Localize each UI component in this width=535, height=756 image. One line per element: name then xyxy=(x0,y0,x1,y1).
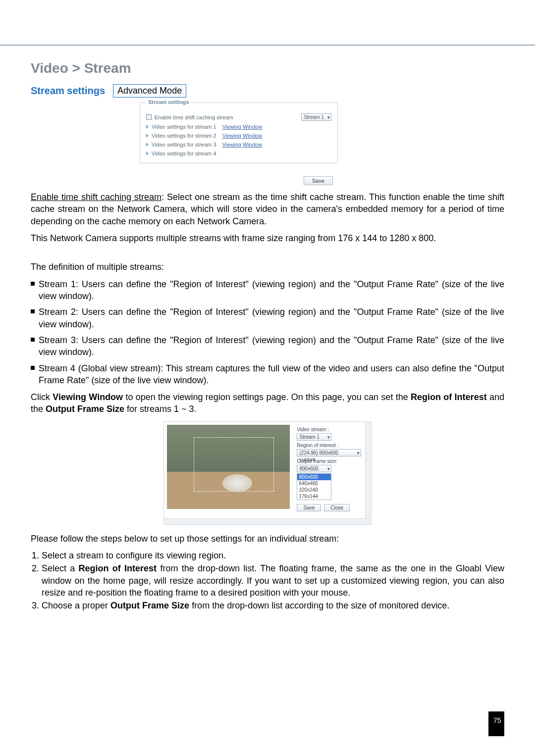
bullet-icon xyxy=(31,366,35,370)
bullet-icon xyxy=(31,338,35,342)
ofs-option[interactable]: 640x480 xyxy=(297,480,331,487)
step-3: Choose a proper Output Frame Size from t… xyxy=(42,600,504,611)
enable-time-shift-label: Enable time shift caching stream xyxy=(155,114,233,120)
viewing-window-link-2[interactable]: Viewing Window xyxy=(222,133,263,139)
bullet-icon xyxy=(31,309,35,313)
paragraph-2: This Network Camera supports multiple st… xyxy=(31,232,504,244)
advanced-mode-button[interactable]: Advanced Mode xyxy=(113,84,186,98)
ofs-option[interactable]: 320x240 xyxy=(297,487,331,493)
definition-heading: The definition of multiple streams: xyxy=(31,261,504,273)
bullet-icon xyxy=(31,282,35,286)
roi-select[interactable]: (224,96) 800x600 custom xyxy=(297,449,361,456)
bullet-4: Stream 4 (Global view stream): This stre… xyxy=(39,362,504,387)
bullet-3: Stream 3: Users can define the "Region o… xyxy=(39,334,504,358)
video-preview[interactable] xyxy=(167,425,290,509)
vw-save-button[interactable]: Save xyxy=(297,504,321,511)
ofs-option[interactable]: 176x144 xyxy=(297,493,331,500)
bullet-1: Stream 1: Users can define the "Region o… xyxy=(39,278,504,302)
viewing-window-link-3[interactable]: Viewing Window xyxy=(222,142,263,148)
scrollbar-vertical[interactable] xyxy=(365,422,371,524)
bullet-2: Stream 2: Users can define the "Region o… xyxy=(39,306,504,330)
panel-legend: Stream settings xyxy=(146,99,191,105)
steps-intro: Please follow the steps below to set up … xyxy=(31,533,504,545)
video-stream-label: Video stream : xyxy=(297,427,361,432)
chevron-right-icon[interactable] xyxy=(146,143,149,147)
enable-time-shift-checkbox[interactable] xyxy=(146,114,152,120)
step-1: Select a stream to configure its viewing… xyxy=(42,550,504,561)
stream-settings-panel: Stream settings Enable time shift cachin… xyxy=(140,102,338,163)
paragraph-3: Click Viewing Window to open the viewing… xyxy=(31,391,504,415)
stream4-settings-label[interactable]: Video settings for stream 4 xyxy=(152,151,216,156)
viewing-window-link-1[interactable]: Viewing Window xyxy=(222,124,263,130)
time-shift-stream-select[interactable]: Stream 1 xyxy=(301,113,331,121)
ofs-options-list[interactable]: 800x600 640x480 320x240 176x144 xyxy=(297,473,331,500)
breadcrumb: Video > Stream xyxy=(31,60,504,76)
paragraph-1: Enable time shift caching stream: Select… xyxy=(31,191,504,227)
stream-settings-heading: Stream settings xyxy=(31,85,105,97)
step-2: Select a Region of Interest from the dro… xyxy=(42,562,504,599)
ofs-select[interactable]: 800x600 xyxy=(297,465,331,472)
roi-label: Region of interest : xyxy=(297,443,361,448)
save-button[interactable]: Save xyxy=(304,176,333,185)
scrollbar-horizontal[interactable] xyxy=(164,518,372,524)
chevron-right-icon[interactable] xyxy=(146,125,149,129)
stream1-settings-label[interactable]: Video settings for stream 1 xyxy=(152,124,216,130)
viewing-window-panel: Video stream : Stream 1 Region of intere… xyxy=(163,421,372,525)
chevron-right-icon[interactable] xyxy=(146,151,149,155)
stream3-settings-label[interactable]: Video settings for stream 3 xyxy=(152,142,216,148)
video-stream-select[interactable]: Stream 1 xyxy=(297,433,331,441)
ofs-option[interactable]: 800x600 xyxy=(297,474,331,480)
stream2-settings-label[interactable]: Video settings for stream 2 xyxy=(152,133,216,139)
vw-close-button[interactable]: Close xyxy=(324,504,350,511)
enable-time-shift-underline: Enable time shift caching stream xyxy=(31,192,161,202)
chevron-right-icon[interactable] xyxy=(146,134,149,138)
